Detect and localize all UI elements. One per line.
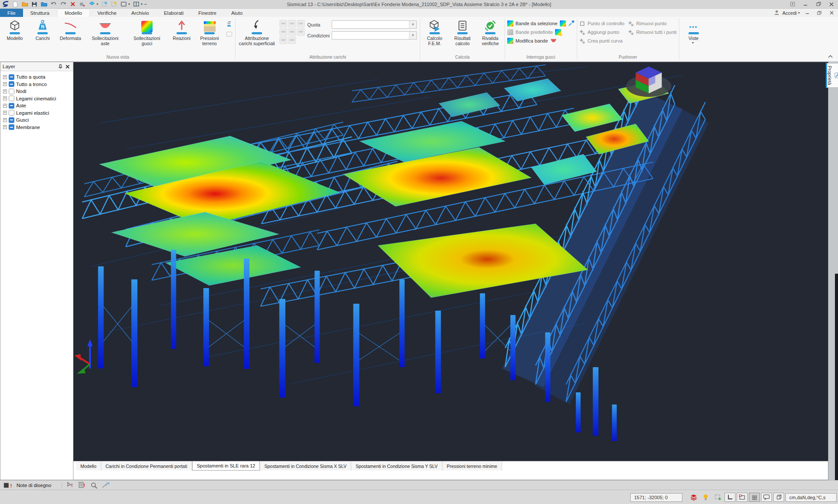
aggiungi-punto-button[interactable]: Aggiungi punto: [579, 28, 625, 36]
quota-combobox[interactable]: ▼: [332, 20, 417, 29]
mdi-close-button[interactable]: [827, 10, 836, 17]
section-box-button[interactable]: [225, 30, 233, 38]
redo-icon[interactable]: [60, 1, 67, 8]
select-add-window-icon[interactable]: [101, 1, 108, 8]
reazioni-button[interactable]: Reazioni: [168, 17, 196, 41]
modello-button[interactable]: Modello: [1, 17, 29, 41]
load-type-icon[interactable]: [279, 20, 287, 27]
open-model-icon[interactable]: [40, 1, 47, 8]
load-type-icon[interactable]: [279, 28, 287, 36]
bande-predefinite-button[interactable]: Bande predefinite: [507, 28, 575, 36]
tooltip-icon[interactable]: [761, 493, 772, 502]
load-type-icon[interactable]: [288, 28, 296, 36]
load-type-icon[interactable]: [297, 28, 305, 36]
box3d-icon[interactable]: [773, 493, 784, 502]
tab-file[interactable]: File: [0, 9, 23, 17]
layer-tree-item[interactable]: +Legami elastici: [3, 109, 73, 117]
tab-struttura[interactable]: Struttura: [23, 9, 57, 17]
sollecitazioni-aste-button[interactable]: Sollecitazioni aste: [84, 17, 126, 46]
tab-modello[interactable]: Modello: [57, 9, 90, 17]
save-icon[interactable]: [31, 1, 38, 8]
model-viewport[interactable]: [73, 62, 828, 461]
new-document-icon[interactable]: [12, 1, 19, 8]
layer-checkbox[interactable]: [9, 74, 14, 80]
layer-tree-item[interactable]: +Gusci: [3, 116, 73, 124]
mdi-restore-button[interactable]: [815, 10, 824, 17]
layers-icon[interactable]: [688, 493, 699, 502]
punto-di-controllo-button[interactable]: Punto di controllo: [579, 20, 625, 27]
tab-proprieta[interactable]: Proprietà: [826, 63, 838, 88]
layer-checkbox[interactable]: [9, 110, 14, 116]
rimuovi-punto-button[interactable]: Rimuovi punto: [628, 20, 677, 27]
risultati-calcolo-button[interactable]: Risultati calcolo: [449, 17, 476, 46]
document-tab[interactable]: Modello: [76, 461, 101, 471]
layer-checkbox[interactable]: [9, 124, 14, 130]
document-tab[interactable]: Carichi in Condizione Permanenti portati: [101, 461, 192, 471]
bands-default-icon[interactable]: [555, 29, 561, 35]
expand-icon[interactable]: +: [3, 75, 7, 79]
expand-icon[interactable]: +: [3, 118, 7, 122]
new-window-icon[interactable]: [120, 1, 127, 8]
crea-punti-curva-button[interactable]: Crea punti curva: [579, 37, 625, 45]
open-folder-icon[interactable]: [21, 1, 28, 8]
bands-apply-icon[interactable]: [560, 20, 566, 27]
rivalida-verifiche-button[interactable]: Rivalida verifiche: [476, 17, 504, 46]
tile-windows-caret[interactable]: ▾: [141, 2, 143, 6]
expand-icon[interactable]: +: [3, 90, 7, 93]
tab-finestre[interactable]: Finestre: [191, 9, 224, 17]
chevron-down-icon[interactable]: ▼: [409, 32, 416, 39]
load-type-icon[interactable]: [288, 36, 296, 44]
layer-tree-item[interactable]: +Tutto a tronco: [3, 81, 73, 88]
record-macro-icon[interactable]: [79, 1, 86, 8]
axis-icon[interactable]: [725, 493, 735, 502]
document-tab[interactable]: Spostamenti in Condizione Sisma X SLV: [260, 461, 351, 471]
note-list-icon[interactable]: !: [79, 482, 86, 489]
deformata-button[interactable]: Deformata: [57, 17, 84, 41]
pressioni-terreno-button[interactable]: Pressioni terreno: [196, 17, 223, 46]
attribuzione-carichi-button[interactable]: Attribuzione carichi superficiali: [236, 17, 278, 46]
modifica-bande-button[interactable]: Modifica bande: [507, 37, 575, 45]
load-type-icon[interactable]: [288, 20, 296, 27]
expand-icon[interactable]: +: [3, 111, 7, 115]
select-note-icon[interactable]: !: [67, 482, 74, 489]
expand-icon[interactable]: +: [3, 104, 7, 108]
document-tab[interactable]: Pressioni terreno minime: [442, 461, 502, 471]
select-remove-window-icon[interactable]: [110, 1, 117, 8]
qat-customize-icon[interactable]: ⹀▾: [144, 2, 147, 7]
view-preset-icon[interactable]: [88, 1, 95, 8]
grid-icon[interactable]: [749, 493, 760, 502]
ortho-icon[interactable]: [737, 493, 748, 502]
expand-icon[interactable]: +: [3, 96, 7, 100]
document-tab[interactable]: Spostamenti in SLE rara 12: [192, 461, 260, 471]
tab-elaborati[interactable]: Elaborati: [156, 9, 191, 17]
account-caret[interactable]: ▾: [798, 11, 800, 15]
load-type-icon[interactable]: [297, 20, 305, 27]
tab-aiuto[interactable]: Aiuto: [224, 9, 250, 17]
restore-button[interactable]: [812, 0, 825, 8]
view-preset-caret[interactable]: ▾: [96, 2, 98, 6]
bulb-icon[interactable]: [700, 493, 711, 502]
account-button[interactable]: Accedi: [782, 10, 797, 16]
eyedropper-icon[interactable]: [568, 20, 575, 27]
pin-icon[interactable]: [57, 63, 64, 70]
tab-verifiche[interactable]: Verifiche: [90, 9, 124, 17]
layer-checkbox[interactable]: [9, 117, 14, 123]
carichi-button[interactable]: N Carichi: [29, 17, 57, 41]
layer-tree-item[interactable]: +Tutto a quota: [3, 73, 73, 81]
mdi-minimize-button[interactable]: [802, 10, 812, 17]
expand-icon[interactable]: +: [3, 82, 7, 86]
expand-icon[interactable]: +: [3, 125, 7, 129]
rimuovi-tutti-button[interactable]: Rimuovi tutti i punti: [628, 28, 677, 36]
close-panel-icon[interactable]: [64, 63, 71, 70]
delete-selection-icon[interactable]: [69, 1, 76, 8]
tile-windows-icon[interactable]: [133, 1, 140, 8]
bande-da-selezione-button[interactable]: Bande da selezione: [507, 20, 575, 27]
layer-tree-item[interactable]: +Membrane: [3, 124, 73, 131]
load-type-icon[interactable]: [279, 36, 287, 44]
calcolo-fem-button[interactable]: Calcolo F.E.M.: [421, 17, 449, 46]
label-arrow-icon[interactable]: AB: [102, 482, 110, 489]
layer-tree-item[interactable]: +Aste: [3, 102, 73, 109]
undo-icon[interactable]: [50, 1, 57, 8]
notes-warning-icon[interactable]: !: [3, 482, 12, 489]
condizioni-combobox[interactable]: ▼: [332, 31, 417, 40]
